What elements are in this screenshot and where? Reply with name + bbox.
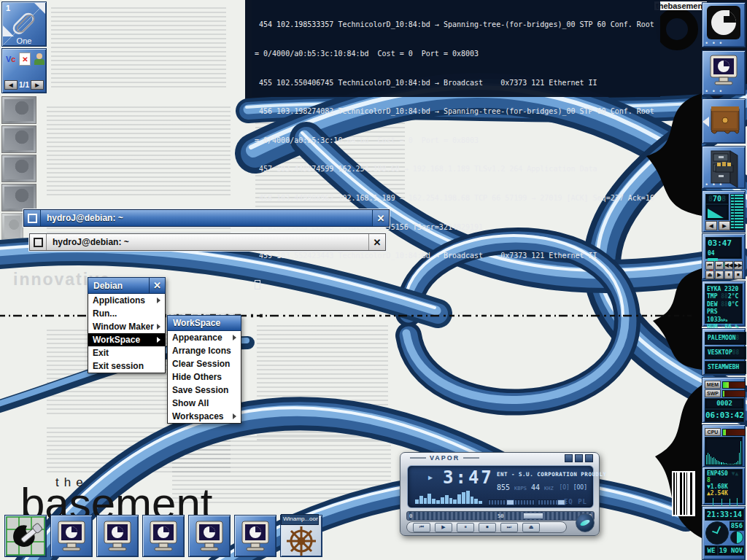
eq-button[interactable]: EQ [564,498,573,505]
launcher-palemoon-button[interactable]: PALEMOON8 [705,332,746,345]
network-display: ENP4S0 ▼▲ 8 ▼1.68K ▲2.54K ▼445 ▲66.0 [705,469,743,503]
close-button[interactable]: ✕ [372,210,389,226]
menu-item-workspace[interactable]: WorkSpace [88,333,165,346]
menu-item-workspaces[interactable]: Workspaces [168,410,241,423]
menu-item-exit[interactable]: Exit [88,346,165,359]
pause-button[interactable]: ⏸ [457,523,474,532]
clock-analog-face [705,521,729,545]
clip-next-button[interactable] [34,3,45,14]
cd-next-track-button[interactable]: ⏭ [715,261,724,270]
dock-tile-gnustep[interactable]: • • • [702,2,746,47]
dockapp-cpu[interactable]: CPU [702,424,746,467]
moon-phase-icon [730,531,743,544]
playlist-button[interactable]: PL [578,498,587,505]
drawer-arrow-icon[interactable] [703,117,709,127]
seek-thumb[interactable] [523,513,543,519]
prev-button[interactable]: ⏮ [413,523,430,532]
dockapp-weather[interactable]: EYKA 2320 TMP 882°C DEW 880°C PRS 1033hP… [702,281,746,327]
dockapp-sysmon[interactable]: MEM SWP 0002 days, 06:03:42 [702,377,746,423]
dock-tile-terminal-launcher[interactable]: • • • [702,50,746,96]
workspace-submenu-titlebar[interactable]: WorkSpace [167,315,241,331]
player-close-button[interactable] [585,454,593,462]
user-tray-icon[interactable] [34,53,44,65]
miniwindow-winamp[interactable]: Winamp...oon [280,515,322,557]
menu-item-save-session[interactable]: Save Session [168,384,241,397]
seek-slider[interactable]: 0 50 100 [406,511,595,521]
root-menu-title: Debian [93,281,123,291]
menu-item-appearance[interactable]: Appearance [168,331,241,344]
cd-pause-button[interactable]: ⏸ [724,271,733,279]
menu-item-arrange-icons[interactable]: Arrange Icons [168,344,241,357]
submenu-arrow-icon [233,335,236,341]
root-menu-titlebar[interactable]: Debian ✕ [88,277,166,294]
menu-item-exit-session[interactable]: Exit session [88,359,165,373]
menu-item-applications[interactable]: Applications [88,294,165,307]
eject-button[interactable]: ⏏ [522,523,540,532]
mixer-volume-slider[interactable] [705,204,729,220]
workspace-clip[interactable]: 1 One [1,1,47,47]
player-titlebar[interactable]: VAPOR [400,453,599,463]
dockapp-cd-player[interactable]: 03:47 04 *8TRANS ⦿ ⏮ ⏭ ◀◀ ▶▶ ⏏ ▶ ⏸ ⏹ [702,233,746,279]
menu-close-button[interactable]: ✕ [149,278,165,293]
appicon-terminal-2[interactable] [96,515,139,557]
appicon-terminal-4[interactable] [188,515,231,557]
close-button[interactable]: ✕ [368,234,385,250]
mixer-volume-display: 8708 [705,194,729,204]
error-document-tray-icon[interactable]: ✕ [19,52,31,66]
window-titlebar-inactive[interactable]: hydroJ@debian: ~ ✕ [29,233,386,251]
mixer-prev-channel-button[interactable]: ◀ [705,221,717,230]
dockapp-mixer[interactable]: 8708 ◀ ▶ [702,190,746,233]
clock-beats: 856 [729,521,744,531]
wallpaper-brand: thebasement [654,1,707,10]
cd-rewind-button[interactable]: ◀◀ [724,261,733,270]
clip-prev-button[interactable] [3,26,14,36]
cd-stop-button[interactable]: ⏹ [734,271,743,279]
dock-tile-file-cabinet[interactable]: • • • [702,146,746,189]
vc-app-tray-icon[interactable]: Vc [6,55,15,63]
window-title: hydroJ@debian: ~ [47,234,368,250]
menu-item-window-maker[interactable]: Window Maker [88,320,165,333]
uptime-days: 0002 days, [705,398,744,409]
stop-button[interactable]: ⏹ [479,523,496,532]
mixer-next-channel-button[interactable]: ▶ [719,221,730,230]
player-bitrate: 855 [497,483,510,491]
cd-eject-button[interactable]: ⏏ [705,271,714,279]
player-minimize-button[interactable] [565,454,573,462]
launcher-steamwebhelper-button[interactable]: STEAMWEBH [705,361,746,374]
cd-prev-track-button[interactable]: ⏮ [705,261,714,270]
tray-next-button[interactable]: ▶ [31,80,44,90]
volume-knob[interactable] [576,513,595,532]
terminal-window[interactable]: 454 102.198533357 TechnicolorD_10:84:bd … [252,0,660,97]
dockapp-network[interactable]: ENP4S0 ▼▲ 8 ▼1.68K ▲2.54K ▼445 ▲66.0 [702,467,746,505]
swap-label: SWP [705,389,721,397]
appicon-terminal-3[interactable] [142,515,185,557]
menu-item-hide-others[interactable]: Hide Others [168,370,241,384]
play-button[interactable]: ▶ [435,523,452,532]
cpu-meter [722,429,746,436]
menu-item-clear-session[interactable]: Clear Session [168,357,241,370]
cd-play-button[interactable]: ▶ [715,271,724,279]
balance-slider[interactable] [488,499,535,505]
menu-item-run[interactable]: Run... [88,307,165,320]
miniaturize-button[interactable] [30,234,47,250]
next-button[interactable]: ⏭ [500,523,518,532]
player-shade-button[interactable] [575,454,583,462]
system-tray[interactable]: Vc ✕ ◀ 1/1 ▶ [1,48,47,93]
appicon-terminal-1[interactable] [50,515,93,557]
launcher-vesktop-button[interactable]: VESKTOP88 [705,346,746,359]
dockapp-clock[interactable]: 21:33:14 856 WE 19 NOV [702,506,746,560]
miniaturize-button[interactable] [24,210,41,226]
appicon-wprefs[interactable] [4,515,47,557]
cd-forward-button[interactable]: ▶▶ [734,261,743,270]
window-titlebar-active[interactable]: hydroJ@debian: ~ ✕ [23,209,390,227]
close-icon: ✕ [153,281,161,290]
audio-player-window[interactable]: VAPOR ▶ 3:47 ENT - S.U. CORPORATION PROU… [400,452,600,536]
terminal-line: = 0/4000/a0:b5:3c:10:84:bd Cost = 0 Port… [255,136,660,145]
tray-prev-button[interactable]: ◀ [4,80,18,90]
appicon-terminal-5[interactable] [234,515,276,557]
submenu-arrow-icon [157,298,160,303]
cpu-graph [705,437,743,466]
clock-date: 19 NOV [718,545,744,556]
dock-tile-drawer[interactable] [702,98,746,144]
menu-item-show-all[interactable]: Show All [168,397,241,410]
